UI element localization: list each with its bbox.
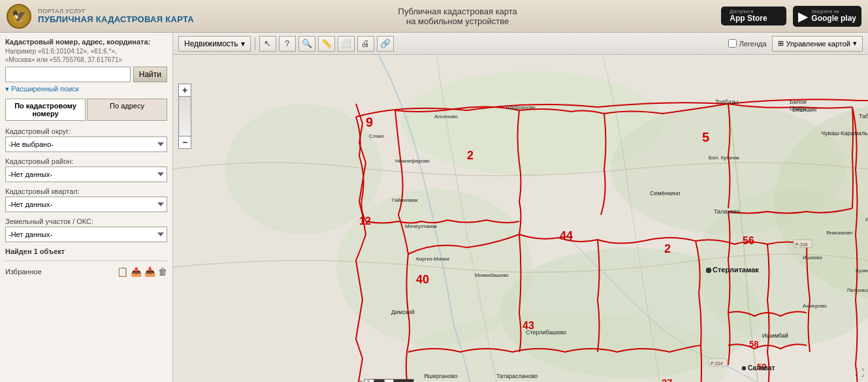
toolbar-right: Легенда ⊞ Управление картой ▾	[728, 36, 863, 52]
svg-text:Толбазы: Толбазы	[715, 99, 738, 105]
svg-text:9: 9	[366, 115, 373, 129]
header-apps: Доступно в App Store ▶ Загрузите на Goog…	[721, 6, 861, 27]
pointer-tool-btn[interactable]: ↖	[259, 36, 276, 52]
uchastok-label: Земельный участок / ОКС:	[5, 217, 167, 225]
svg-text:5: 5	[702, 130, 709, 144]
found-prefix: Найден	[5, 247, 32, 255]
svg-text:Менеузтамак: Менеузтамак	[405, 223, 438, 229]
svg-text:0: 0	[359, 379, 362, 382]
bookmark-add-icon[interactable]: 📋	[117, 266, 128, 277]
svg-text:Стерлитамак: Стерлитамак	[713, 266, 759, 274]
rayon-label: Кадастровый район:	[5, 157, 167, 165]
svg-rect-71	[384, 379, 394, 382]
link-tool-btn[interactable]: 🔗	[377, 36, 394, 52]
zoom-tool-btn[interactable]: 🔍	[298, 36, 315, 52]
bookmark-row: Избранное 📋 📤 📥 🗑	[5, 261, 167, 277]
svg-text:Ишеево: Ишеево	[803, 255, 822, 261]
legend-checkbox[interactable]	[728, 39, 737, 48]
svg-text:Семёнкино: Семёнкино	[650, 190, 681, 197]
svg-text:5: 5	[367, 379, 370, 382]
svg-text:Ахмерово: Ахмерово	[803, 303, 827, 309]
zoom-out-btn[interactable]: −	[178, 136, 191, 149]
svg-text:Талачево: Талачево	[714, 208, 740, 215]
kvartal-label: Кадастровый квартал:	[5, 187, 167, 195]
svg-text:Р-314: Р-314	[711, 361, 723, 366]
toolbar-sep-1	[255, 37, 255, 50]
logo-emblem: 🦅	[7, 4, 31, 29]
svg-text:Янисканин: Янисканин	[826, 230, 852, 236]
svg-text:40: 40	[416, 273, 429, 286]
svg-text:Нижнефарово: Нижнефарово	[395, 158, 430, 164]
map-canvas[interactable]: 9 2 5 19 11 12 40 44 2 56 28 43 49 37 58…	[173, 55, 868, 382]
header-title: Публичная кадастровая карта	[38, 14, 194, 24]
area-tool-btn[interactable]: ⬜	[338, 36, 355, 52]
kvartal-select[interactable]: -Нет данных-	[5, 197, 167, 212]
svg-point-7	[225, 104, 382, 234]
okrug-label: Кадастровый округ:	[5, 127, 167, 135]
svg-text:Стерлибашево: Стерлибашево	[526, 329, 566, 336]
print-tool-btn[interactable]: 🖨	[357, 36, 374, 52]
svg-text:Алсеново: Алсеново	[434, 114, 458, 119]
svg-text:58: 58	[749, 339, 758, 349]
zoom-slider[interactable]	[178, 97, 191, 136]
info-tool-btn[interactable]: ?	[279, 36, 296, 52]
svg-text:Киргиз-Мияки: Киргиз-Мияки	[416, 256, 449, 262]
bookmark-icons: 📋 📤 📥 🗑	[117, 266, 167, 277]
app-store-top: Доступно в	[730, 9, 767, 14]
svg-text:Табынское: Табынское	[859, 113, 868, 119]
manage-map-btn[interactable]: ⊞ Управление картой ▾	[772, 36, 863, 52]
svg-text:Гайниямак: Гайниямак	[392, 197, 418, 203]
google-play-top: Загрузите на	[811, 9, 856, 14]
header-center: Публичная кадастровая карта на мобильном…	[398, 7, 517, 26]
map-link-icon[interactable]: ⛶	[855, 368, 864, 378]
bookmark-export-icon[interactable]: 📤	[131, 266, 142, 277]
svg-text:56: 56	[743, 235, 754, 246]
header-left: 🦅 Портал услуг Публичная кадастровая кар…	[7, 4, 194, 29]
map-toolbar: Недвижимость ▾ ↖ ? 🔍 📏 ⬜ 🖨 🔗 Легенда ⊞ У…	[173, 33, 868, 55]
map-area[interactable]: Недвижимость ▾ ↖ ? 🔍 📏 ⬜ 🖨 🔗 Легенда ⊞ У…	[173, 33, 868, 382]
svg-text:Кузяново: Кузяново	[856, 268, 868, 274]
found-text: Найден 1 объект	[5, 247, 167, 255]
app-store-main: App Store	[730, 14, 767, 23]
svg-text:20КМ: 20КМ	[394, 379, 409, 382]
manage-map-label: Управление картой	[786, 40, 850, 48]
map-svg: 9 2 5 19 11 12 40 44 2 56 28 43 49 37 58…	[173, 55, 868, 382]
search-button[interactable]: Найти	[133, 67, 167, 82]
legend-toggle[interactable]: Легенда	[728, 39, 767, 48]
bookmark-import-icon[interactable]: 📥	[144, 266, 155, 277]
svg-text:Шафраново: Шафраново	[506, 104, 536, 110]
svg-text:Петровское: Петровское	[847, 287, 868, 293]
svg-text:Р-316: Р-316	[796, 242, 808, 247]
main-layout: Кадастровый номер, адрес, координата: На…	[0, 33, 868, 382]
svg-text:2: 2	[664, 242, 671, 255]
bookmark-delete-icon[interactable]: 🗑	[158, 266, 167, 277]
svg-text:Бишкаин: Бишкаин	[792, 106, 816, 113]
manage-map-arrow: ▾	[853, 39, 857, 48]
uchastok-select[interactable]: -Нет данных-	[5, 227, 167, 242]
tab-address[interactable]: По адресу	[87, 99, 167, 121]
zoom-in-btn[interactable]: +	[178, 84, 191, 97]
svg-text:Татарасланово: Татарасланово	[496, 373, 538, 379]
tab-cadastral-number[interactable]: По кадастровому номеру	[5, 99, 86, 121]
distance-tool-btn[interactable]: 📏	[318, 36, 335, 52]
left-panel: Кадастровый номер, адрес, координата: На…	[0, 33, 173, 382]
svg-text:Ишимбай: Ишимбай	[762, 332, 788, 339]
google-play-badge[interactable]: ▶ Загрузите на Google play	[793, 6, 861, 27]
advanced-search-toggle[interactable]: ▾ Расширенный поиск	[5, 85, 167, 93]
app-store-badge[interactable]: Доступно в App Store	[721, 7, 786, 25]
svg-text:Янурусово: Янурусово	[865, 217, 868, 223]
okrug-select[interactable]: -Не выбрано-	[5, 136, 167, 152]
rayon-select[interactable]: -Нет данных-	[5, 167, 167, 182]
svg-text:Яшерганово: Яшерганово	[424, 373, 457, 379]
nedvizhimost-arrow: ▾	[241, 39, 245, 48]
header: 🦅 Портал услуг Публичная кадастровая кар…	[0, 0, 868, 33]
svg-text:44: 44	[560, 229, 573, 242]
nedvizhimost-dropdown[interactable]: Недвижимость ▾	[178, 36, 251, 52]
search-label: Кадастровый номер, адрес, координата:	[5, 38, 167, 46]
google-play-main: Google play	[811, 14, 856, 23]
svg-text:12: 12	[359, 215, 371, 227]
svg-text:Салават: Салават	[748, 364, 775, 372]
header-subtitle: Портал услуг	[38, 8, 194, 14]
search-input[interactable]	[5, 67, 131, 82]
svg-text:Бол. Куганак: Бол. Куганак	[709, 155, 739, 161]
